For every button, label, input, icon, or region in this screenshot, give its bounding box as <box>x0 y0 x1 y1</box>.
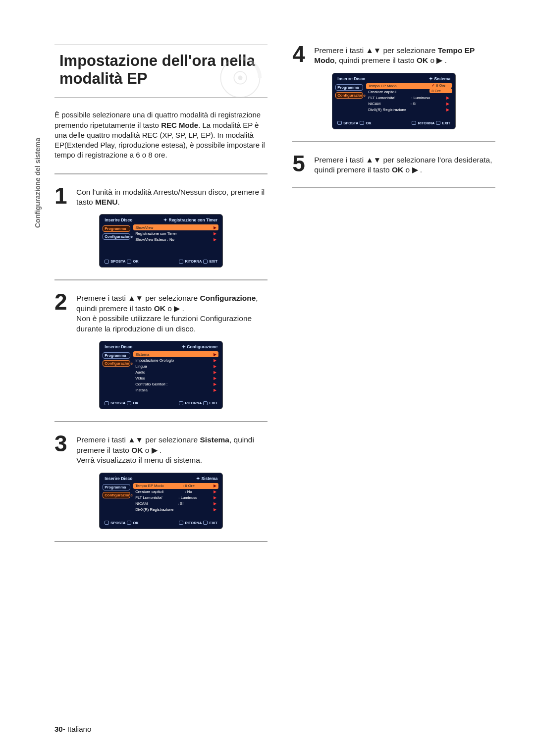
step-3: 3 Premere i tasti ▲▼ per selezionare Sis… <box>54 434 268 465</box>
osd-row: FLT Lumonisita': Luminoso▶ <box>366 95 451 101</box>
osd-row: Controllo Genitori :▶ <box>133 381 218 387</box>
osd-row: Audio▶ <box>133 369 218 375</box>
osd-disc-label: Inserire Disco <box>105 476 132 481</box>
osd-row: ShowView Esteso : No▶ <box>133 236 218 242</box>
osd-breadcrumb: ✦ Registrazione con Timer <box>163 217 217 222</box>
step-body: Premere i tasti ▲▼ per selezionare Tempo… <box>314 45 495 66</box>
osd-crumb-text: Sistema <box>434 76 451 81</box>
osd-side-programma: Programma <box>103 352 130 359</box>
separator <box>54 541 268 542</box>
step-bold: MENU <box>95 198 118 206</box>
osd-disc-label: Inserire Disco <box>105 217 132 222</box>
osd-menu-2: Inserire Disco ✦ Configurazione Programm… <box>99 341 223 409</box>
separator <box>292 141 495 142</box>
left-column: Impostazione dell'ora nella modalità EP … <box>54 45 268 554</box>
page-number: 30 <box>54 725 63 733</box>
osd-side-configurazione: Configurazione <box>103 360 130 367</box>
page-content: Impostazione dell'ora nella modalità EP … <box>0 0 535 574</box>
intro-paragraph: È possibile selezionare una di quattro m… <box>54 110 268 160</box>
step-text: Premere i tasti ▲▼ per selezionare <box>314 46 438 54</box>
page-footer: 30- Italiano <box>54 725 91 733</box>
step-number: 2 <box>54 292 71 334</box>
osd-footer: SPOSTA OK RITORNA EXIT <box>100 251 222 265</box>
osd-row: DivX(R) Registrazione▶ <box>133 507 218 513</box>
osd-row: Lingua▶ <box>133 363 218 369</box>
osd-row: Registrazione con Timer▶ <box>133 230 218 236</box>
footer-language: Italiano <box>67 725 91 733</box>
step-text: , quindi premere il tasto <box>335 56 417 64</box>
osd-crumb-text: Registrazione con Timer <box>169 217 218 222</box>
section-title: Impostazione dell'ora nella modalità EP <box>54 45 268 98</box>
osd-row: Video▶ <box>133 375 218 381</box>
step-bold: Sistema <box>200 435 229 444</box>
separator <box>54 173 268 174</box>
osd-row: DivX(R) Registrazione▶ <box>366 107 451 113</box>
step-body: Premere i tasti ▲▼ per selezionare Siste… <box>76 434 268 465</box>
step-number: 4 <box>292 45 309 66</box>
osd-row: Tempo EP Modo: 6 Ore▶ <box>133 483 218 489</box>
osd-menu-4: Inserire Disco ✦ Sistema Programma Confi… <box>332 73 456 129</box>
separator <box>54 421 268 422</box>
side-tab-label: Configurazione del sistema <box>34 138 42 228</box>
step-number: 5 <box>292 154 309 175</box>
osd-disc-label: Inserire Disco <box>337 76 365 81</box>
step-text: Premere i tasti ▲▼ per selezionare <box>76 294 200 302</box>
separator <box>54 279 268 280</box>
step-text: o ▶ . <box>143 446 161 454</box>
step-5: 5 Premere i tasti ▲▼ per selezionare l'o… <box>292 154 495 175</box>
step-text: . <box>118 198 120 206</box>
step-bold: OK <box>392 165 403 174</box>
osd-row: NICAM: Sí▶ <box>133 501 218 507</box>
footer-sep: - <box>63 725 67 733</box>
osd-row: NICAM: Sí▶ <box>366 101 451 107</box>
osd-option-6ore: 6 Ore <box>429 83 452 88</box>
osd-row: Impostazione Orologio▶ <box>133 357 218 363</box>
osd-footer: SPOSTA OK RITORNA EXIT <box>332 113 455 127</box>
step-bold: Configurazione <box>200 294 256 302</box>
osd-breadcrumb: ✦ Configurazione <box>182 344 217 349</box>
osd-footer: SPOSTA OK RITORNA EXIT <box>100 393 222 407</box>
step-number: 3 <box>54 434 71 465</box>
step-bold: OK <box>417 56 428 64</box>
step-note: Non è possibile utilizzare le funzioni C… <box>76 314 252 332</box>
right-column: 4 Premere i tasti ▲▼ per selezionare Tem… <box>292 45 495 554</box>
osd-side-programma: Programma <box>103 225 130 232</box>
step-bold: OK <box>154 304 165 313</box>
osd-side-configurazione: Configurazione <box>335 92 363 99</box>
separator <box>292 187 495 188</box>
step-body: Premere i tasti ▲▼ per selezionare l'ora… <box>314 154 495 175</box>
step-text: o ▶ . <box>403 165 422 174</box>
osd-row: Creatore capitoli: No▶ <box>133 489 218 495</box>
step-bold: OK <box>131 446 143 454</box>
step-body: Premere i tasti ▲▼ per selezionare Confi… <box>76 292 268 334</box>
osd-row: Tempo EP Modo 6 Ore 8 Ore <box>366 83 451 89</box>
osd-crumb-text: Configurazione <box>187 344 217 349</box>
osd-menu-3: Inserire Disco ✦ Sistema Programma Confi… <box>99 473 223 529</box>
osd-row: FLT Lumonisita': Luminoso▶ <box>133 495 218 501</box>
step-number: 1 <box>54 186 71 208</box>
osd-menu-1: Inserire Disco ✦ Registrazione con Timer… <box>99 214 223 268</box>
osd-breadcrumb: ✦ Sistema <box>196 476 217 481</box>
step-text: Premere i tasti ▲▼ per selezionare <box>76 435 200 444</box>
osd-row: Installa▶ <box>133 387 218 393</box>
osd-row: Sistema▶ <box>133 351 218 357</box>
osd-side-programma: Programma <box>335 84 363 91</box>
osd-disc-label: Inserire Disco <box>105 344 132 349</box>
osd-breadcrumb: ✦ Sistema <box>429 76 450 81</box>
osd-side-programma: Programma <box>103 484 130 490</box>
step-2: 2 Premere i tasti ▲▼ per selezionare Con… <box>54 292 268 334</box>
intro-bold: REC Mode <box>161 121 198 129</box>
osd-crumb-text: Sistema <box>202 476 218 481</box>
step-text: o ▶ . <box>165 304 184 313</box>
step-body: Con l'unità in modalità Arresto/Nessun d… <box>76 186 268 208</box>
step-note: Verrà visualizzato il menu di sistema. <box>76 456 202 464</box>
osd-side-configurazione: Configurazione <box>103 492 130 498</box>
step-4: 4 Premere i tasti ▲▼ per selezionare Tem… <box>292 45 495 66</box>
osd-row: ShowView▶ <box>133 224 218 230</box>
step-text: o ▶ . <box>428 56 447 64</box>
section-title-text: Impostazione dell'ora nella modalità EP <box>59 52 263 87</box>
step-1: 1 Con l'unità in modalità Arresto/Nessun… <box>54 186 268 208</box>
osd-footer: SPOSTA OK RITORNA EXIT <box>100 513 222 527</box>
osd-side-configurazione: Configurazione <box>103 233 130 240</box>
osd-option-8ore: 8 Ore <box>429 89 452 93</box>
